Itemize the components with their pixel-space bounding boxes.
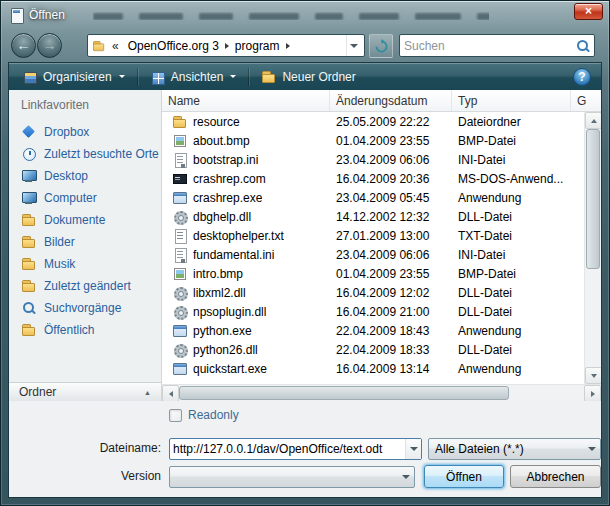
horizontal-scrollbar[interactable] [162, 384, 601, 401]
recent-places-icon [21, 146, 37, 162]
sidebar-item-desktop[interactable]: Desktop [9, 165, 161, 187]
image-icon [172, 266, 188, 282]
desktop-icon [21, 168, 37, 184]
file-date: 01.04.2009 23:55 [330, 134, 452, 148]
scroll-up-button[interactable] [585, 112, 601, 129]
file-name-cell: bootstrap.ini [162, 152, 330, 168]
dialog-footer: Readonly Dateiname: Alle Dateien (*.*) V… [9, 401, 601, 497]
file-type: Anwendung [452, 191, 571, 205]
file-type: BMP-Datei [452, 134, 571, 148]
file-date: 23.04.2009 06:06 [330, 153, 452, 167]
computer-icon [21, 190, 37, 206]
breadcrumb-overflow-button[interactable]: « [110, 39, 121, 53]
file-row-python26-dll[interactable]: python26.dll22.04.2009 18:33DLL-Datei [162, 340, 584, 359]
file-row-npsoplugin-dll[interactable]: npsoplugin.dll16.04.2009 21:00DLL-Datei [162, 302, 584, 321]
file-date: 27.01.2009 13:00 [330, 229, 452, 243]
sidebar-item-bilder[interactable]: Bilder [9, 231, 161, 253]
scroll-down-button[interactable] [585, 367, 601, 384]
column-header-date[interactable]: Änderungsdatum [330, 90, 452, 111]
titlebar[interactable]: Öffnen × [1, 1, 609, 30]
file-row-resource[interactable]: resource25.05.2009 22:22Dateiordner [162, 112, 584, 131]
chevron-down-icon [230, 75, 236, 78]
forward-button[interactable]: → [37, 33, 62, 58]
file-name: quickstart.exe [193, 362, 267, 376]
breadcrumb-item-openoffice-org-3[interactable]: OpenOffice.org 3 [124, 37, 223, 55]
breadcrumb-bar[interactable]: « OpenOffice.org 3program [87, 34, 365, 57]
file-list: Name Änderungsdatum Typ G resource25.05.… [161, 90, 601, 401]
sidebar-item-suchvorg-nge[interactable]: Suchvorgänge [9, 297, 161, 319]
file-row-crashrep-exe[interactable]: crashrep.exe23.04.2009 05:45Anwendung [162, 188, 584, 207]
horizontal-scrollbar-thumb[interactable] [179, 386, 509, 400]
file-date: 22.04.2009 18:33 [330, 343, 452, 357]
column-header-label: G [577, 94, 586, 108]
file-row-desktophelper-txt[interactable]: desktophelper.txt27.01.2009 13:00TXT-Dat… [162, 226, 584, 245]
sidebar-item-computer[interactable]: Computer [9, 187, 161, 209]
vertical-scrollbar-thumb[interactable] [586, 129, 600, 269]
column-header-type[interactable]: Typ [452, 90, 571, 111]
new-folder-icon [261, 69, 277, 85]
folders-pane-button[interactable]: Ordner ▲ [9, 382, 161, 401]
file-name: npsoplugin.dll [193, 305, 266, 319]
breadcrumb-arrow-icon[interactable] [225, 43, 229, 49]
file-row-python-exe[interactable]: python.exe22.04.2009 18:43Anwendung [162, 321, 584, 340]
scroll-right-button[interactable] [584, 385, 601, 402]
triangle-left-icon [169, 391, 173, 397]
file-name: resource [193, 115, 240, 129]
version-dropdown-button[interactable] [398, 467, 414, 487]
readonly-checkbox[interactable] [169, 409, 182, 422]
filename-input[interactable] [170, 442, 405, 456]
sidebar-item-zuletzt-besuchte-orte[interactable]: Zuletzt besuchte Orte [9, 143, 161, 165]
current-folder-icon [92, 39, 106, 53]
file-row-bootstrap-ini[interactable]: bootstrap.ini23.04.2009 06:06INI-Datei [162, 150, 584, 169]
horizontal-scrollbar-track[interactable] [179, 385, 584, 401]
file-name: bootstrap.ini [193, 153, 258, 167]
cancel-button[interactable]: Abbrechen [510, 465, 601, 488]
vertical-scrollbar[interactable] [584, 112, 601, 384]
sidebar-item-zuletzt-ge-ndert[interactable]: Zuletzt geändert [9, 275, 161, 297]
filetype-select[interactable]: Alle Dateien (*.*) [428, 438, 601, 460]
file-row-fundamental-ini[interactable]: fundamental.ini23.04.2009 06:06INI-Datei [162, 245, 584, 264]
sidebar-item-dokumente[interactable]: Dokumente [9, 209, 161, 231]
search-input[interactable] [404, 39, 576, 53]
app-icon [172, 323, 188, 339]
open-button[interactable]: Öffnen [424, 465, 504, 488]
file-row-libxml2-dll[interactable]: libxml2.dll16.04.2009 12:02DLL-Datei [162, 283, 584, 302]
file-row-crashrep-com[interactable]: crashrep.com16.04.2009 20:36MS-DOS-Anwen… [162, 169, 584, 188]
version-select[interactable] [169, 466, 415, 488]
sidebar-item-label: Zuletzt besuchte Orte [44, 147, 159, 161]
column-header-size[interactable]: G [571, 90, 601, 111]
file-name: dbghelp.dll [193, 210, 251, 224]
breadcrumb-item-program[interactable]: program [231, 37, 284, 55]
window-title: Öffnen [29, 8, 65, 22]
file-row-quickstart-exe[interactable]: quickstart.exe16.04.2009 13:14Anwendung [162, 359, 584, 378]
organize-button[interactable]: Organisieren [13, 66, 134, 88]
sidebar-item-label: Musik [44, 257, 75, 271]
sidebar-item-musik[interactable]: Musik [9, 253, 161, 275]
pictures-icon [21, 234, 37, 250]
help-button[interactable]: ? [573, 68, 591, 86]
organize-button-label: Organisieren [43, 70, 112, 84]
dll-icon [172, 285, 188, 301]
filetype-dropdown-button[interactable] [584, 439, 600, 459]
close-button[interactable]: × [574, 3, 603, 20]
new-folder-button[interactable]: Neuer Ordner [252, 66, 364, 88]
sidebar-item-dropbox[interactable]: Dropbox [9, 121, 161, 143]
ini-icon [172, 152, 188, 168]
sidebar-item-ffentlich[interactable]: Öffentlich [9, 319, 161, 341]
vertical-scrollbar-track[interactable] [585, 129, 601, 367]
views-button[interactable]: Ansichten [141, 66, 246, 88]
column-header-name[interactable]: Name [162, 90, 330, 111]
triangle-right-icon [591, 391, 595, 397]
sidebar-item-label: Desktop [44, 169, 88, 183]
file-row-dbghelp-dll[interactable]: dbghelp.dll14.12.2002 12:32DLL-Datei [162, 207, 584, 226]
filename-dropdown-button[interactable] [405, 439, 421, 459]
file-row-about-bmp[interactable]: about.bmp01.04.2009 23:55BMP-Datei [162, 131, 584, 150]
refresh-icon [374, 39, 389, 54]
back-button[interactable]: ← [11, 33, 36, 58]
file-name-cell: crashrep.com [162, 171, 330, 187]
file-row-intro-bmp[interactable]: intro.bmp01.04.2009 23:55BMP-Datei [162, 264, 584, 283]
refresh-button[interactable] [369, 34, 393, 58]
address-history-dropdown-button[interactable] [346, 35, 361, 56]
breadcrumb-arrow-icon[interactable] [286, 43, 290, 49]
scroll-left-button[interactable] [162, 385, 179, 402]
